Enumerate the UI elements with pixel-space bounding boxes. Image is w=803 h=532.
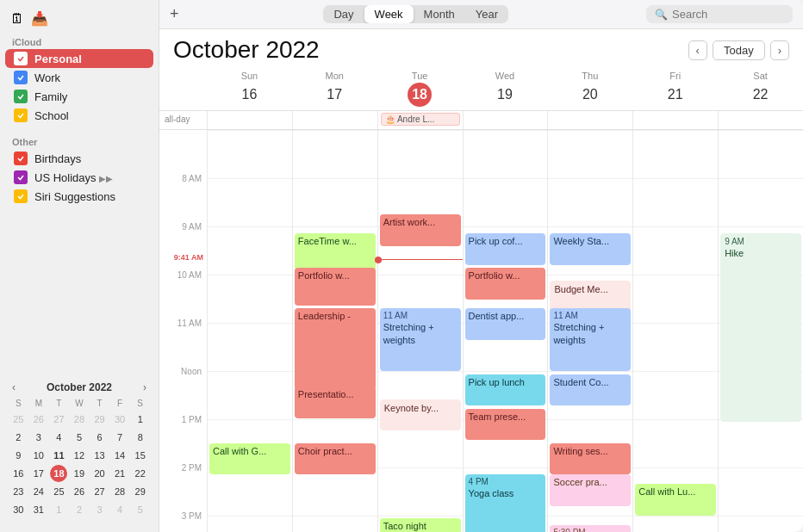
mini-cal-day[interactable]: 11 (50, 447, 67, 464)
calendar-event[interactable]: 5:30 PMDrop off Grandma... (550, 525, 631, 532)
mini-cal-day[interactable]: 30 (111, 411, 128, 428)
mini-cal-day[interactable]: 29 (91, 411, 109, 428)
mini-cal-day[interactable]: 23 (9, 483, 27, 500)
mini-cal-day[interactable]: 16 (9, 465, 27, 482)
mini-cal-day[interactable]: 3 (91, 501, 109, 518)
allday-event[interactable]: 🎂 Andre L... (381, 113, 460, 126)
mini-cal-day[interactable]: 1 (50, 501, 67, 518)
calendar-event[interactable]: 11 AMStretching + weights (550, 308, 631, 371)
day-col-4[interactable]: Weekly Sta...Budget Me...11 AMStretching… (547, 130, 632, 532)
sidebar-item-school[interactable]: School (5, 106, 153, 125)
day-col-5[interactable]: Call with Lu... (632, 130, 718, 532)
calendar-event[interactable]: Pick up cof... (465, 233, 546, 264)
calendar-event[interactable]: FaceTime w... (295, 233, 376, 271)
mini-cal-day[interactable]: 5 (132, 501, 149, 518)
mini-cal-day[interactable]: 4 (111, 501, 128, 518)
allday-cell-1[interactable] (292, 111, 377, 129)
calendar-event[interactable]: 9 AMHike (720, 233, 801, 421)
mini-cal-day[interactable]: 3 (30, 429, 47, 446)
allday-cell-4[interactable] (547, 111, 632, 129)
calendar-event[interactable]: 4 PMYoga class (465, 474, 546, 532)
mini-cal-day[interactable]: 25 (50, 483, 67, 500)
mini-cal-day[interactable]: 9 (9, 447, 27, 464)
calendar-event[interactable]: Dentist app... (465, 308, 546, 339)
allday-cell-6[interactable] (718, 111, 803, 129)
view-btn-day[interactable]: Day (323, 5, 364, 23)
day-col-2[interactable]: Artist work...11 AMStretching + weightsK… (377, 130, 463, 532)
mini-cal-day[interactable]: 21 (111, 465, 128, 482)
mini-cal-day[interactable]: 7 (111, 429, 128, 446)
mini-cal-prev[interactable]: ‹ (9, 381, 19, 393)
mini-cal-day[interactable]: 2 (9, 429, 27, 446)
mini-cal-day[interactable]: 25 (9, 411, 27, 428)
mini-cal-day[interactable]: 28 (71, 411, 88, 428)
mini-cal-day[interactable]: 27 (50, 411, 67, 428)
calendar-event[interactable]: Budget Me... (550, 281, 631, 312)
day-col-3[interactable]: Pick up cof...Portfolio w...Dentist app.… (463, 130, 548, 532)
cal-prev-btn[interactable]: ‹ (688, 40, 707, 60)
calendar-event[interactable]: Soccer pra... (550, 474, 631, 505)
mini-cal-day[interactable]: 29 (132, 483, 149, 500)
cal-today-btn[interactable]: Today (713, 40, 765, 60)
sidebar-item-personal[interactable]: Personal (5, 49, 153, 68)
day-col-header-21[interactable]: Fri 21 (632, 67, 718, 110)
calendar-event[interactable]: Student Co... (550, 374, 631, 405)
day-col-header-18[interactable]: Tue 18 (377, 67, 463, 110)
mini-cal-day[interactable]: 31 (30, 501, 47, 518)
calendar-event[interactable]: Presentatio... (295, 387, 376, 418)
view-btn-month[interactable]: Month (414, 5, 465, 23)
day-col-header-16[interactable]: Sun 16 (207, 67, 292, 110)
day-col-1[interactable]: FaceTime w...Portfolio w...Leadership -P… (292, 130, 377, 532)
mini-cal-day[interactable]: 14 (111, 447, 128, 464)
day-col-header-19[interactable]: Wed 19 (463, 67, 548, 110)
calendar-event[interactable]: Portfolio w... (295, 268, 376, 306)
mini-cal-day[interactable]: 19 (71, 465, 88, 482)
calendar-event[interactable]: 11 AMStretching + weights (380, 308, 461, 371)
allday-cell-5[interactable] (632, 111, 718, 129)
allday-cell-2[interactable]: 🎂 Andre L... (377, 111, 463, 129)
calendar-event[interactable]: Call with G... (209, 443, 290, 474)
search-input[interactable] (672, 8, 784, 21)
sidebar-item-family[interactable]: Family (5, 87, 153, 106)
calendar-event[interactable]: Team prese... (465, 409, 546, 440)
allday-cell-3[interactable] (463, 111, 548, 129)
sidebar-item-birthdays[interactable]: Birthdays (5, 149, 153, 168)
sidebar-item-siri-suggestions[interactable]: Siri Suggestions (5, 187, 153, 206)
mini-cal-day[interactable]: 27 (91, 483, 109, 500)
day-col-header-22[interactable]: Sat 22 (718, 67, 803, 110)
mini-cal-day[interactable]: 4 (50, 429, 67, 446)
mini-cal-day[interactable]: 15 (132, 447, 149, 464)
mini-cal-day[interactable]: 30 (9, 501, 27, 518)
day-col-header-20[interactable]: Thu 20 (547, 67, 632, 110)
calendar-event[interactable]: Choir pract... (295, 443, 376, 474)
mini-cal-next[interactable]: › (140, 381, 150, 393)
calendar-event[interactable]: Portfolio w... (465, 268, 546, 299)
calendar-event[interactable]: Leadership - (295, 308, 376, 390)
calendar-event[interactable]: Pick up lunch (465, 374, 546, 405)
calendar-event[interactable]: Weekly Sta... (550, 233, 631, 264)
calendar-icon[interactable]: 🗓 (10, 11, 24, 27)
mini-cal-day[interactable]: 17 (30, 465, 47, 482)
mini-cal-day[interactable]: 8 (132, 429, 149, 446)
mini-cal-day[interactable]: 18 (50, 465, 67, 482)
calendar-event[interactable]: Keynote by... (380, 399, 461, 430)
view-btn-year[interactable]: Year (465, 5, 508, 23)
calendar-event[interactable]: Taco night (380, 518, 461, 532)
day-col-6[interactable]: 9 AMHike (718, 130, 803, 532)
mini-cal-day[interactable]: 5 (71, 429, 88, 446)
mini-cal-day[interactable]: 26 (30, 411, 47, 428)
mini-cal-day[interactable]: 1 (132, 411, 149, 428)
calendar-event[interactable]: Call with Lu... (635, 484, 716, 515)
allday-cell-0[interactable] (207, 111, 292, 129)
mini-cal-day[interactable]: 13 (91, 447, 109, 464)
view-btn-week[interactable]: Week (364, 5, 414, 23)
mini-cal-day[interactable]: 12 (71, 447, 88, 464)
mini-cal-day[interactable]: 6 (91, 429, 109, 446)
sidebar-item-work[interactable]: Work (5, 68, 153, 87)
day-col-header-17[interactable]: Mon 17 (292, 67, 377, 110)
mini-cal-day[interactable]: 26 (71, 483, 88, 500)
search-bar[interactable]: 🔍 (646, 5, 793, 23)
mini-cal-day[interactable]: 24 (30, 483, 47, 500)
cal-next-btn[interactable]: › (770, 40, 789, 60)
mini-cal-day[interactable]: 22 (132, 465, 149, 482)
